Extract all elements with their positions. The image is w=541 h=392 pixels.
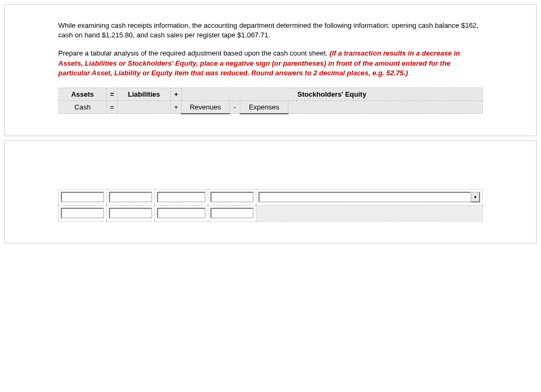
- input-r2c3[interactable]: [157, 208, 206, 218]
- subheader-revenues: Revenues: [182, 100, 230, 114]
- header-liabilities: Liabilities: [117, 88, 171, 100]
- input-row-1: ▼: [59, 189, 483, 205]
- subheader-se-blank: [288, 100, 483, 114]
- subheader-plus: +: [171, 100, 182, 114]
- equation-header-table: Assets = Liabilities + Stockholders' Equ…: [58, 88, 483, 114]
- subheader-equals: =: [107, 100, 117, 114]
- answer-input-table: ▼: [58, 189, 483, 222]
- input-r1c5[interactable]: [258, 192, 471, 202]
- input-r1c4[interactable]: [210, 192, 254, 202]
- header-assets: Assets: [59, 88, 107, 100]
- header-plus: +: [171, 88, 182, 100]
- input-r1c2[interactable]: [109, 192, 152, 202]
- instructions-text: Prepare a tabular analysis of the requir…: [58, 49, 483, 78]
- question-section: While examining cash receipts informatio…: [4, 4, 537, 136]
- header-stockholders-equity: Stockholders' Equity: [182, 88, 483, 100]
- input-r2c4[interactable]: [210, 208, 254, 218]
- subheader-liabilities-blank: [117, 100, 171, 114]
- subheader-minus: -: [230, 100, 240, 114]
- dropdown-button[interactable]: ▼: [471, 192, 480, 202]
- input-row-2: [59, 205, 483, 221]
- input-r1c3[interactable]: [157, 192, 206, 202]
- intro-text: While examining cash receipts informatio…: [58, 21, 483, 40]
- subheader-cash: Cash: [59, 100, 107, 114]
- answer-section: ▼: [4, 140, 537, 244]
- input-r1c1[interactable]: [61, 192, 104, 202]
- blank-cell-r2c5: [256, 205, 483, 221]
- instructions-plain: Prepare a tabular analysis of the requir…: [58, 49, 330, 57]
- input-r2c2[interactable]: [109, 208, 152, 218]
- input-r2c1[interactable]: [61, 208, 104, 218]
- chevron-down-icon: ▼: [473, 195, 477, 200]
- header-equals: =: [107, 88, 117, 100]
- subheader-expenses: Expenses: [240, 100, 288, 114]
- select-wrap-r1c5: ▼: [258, 192, 480, 202]
